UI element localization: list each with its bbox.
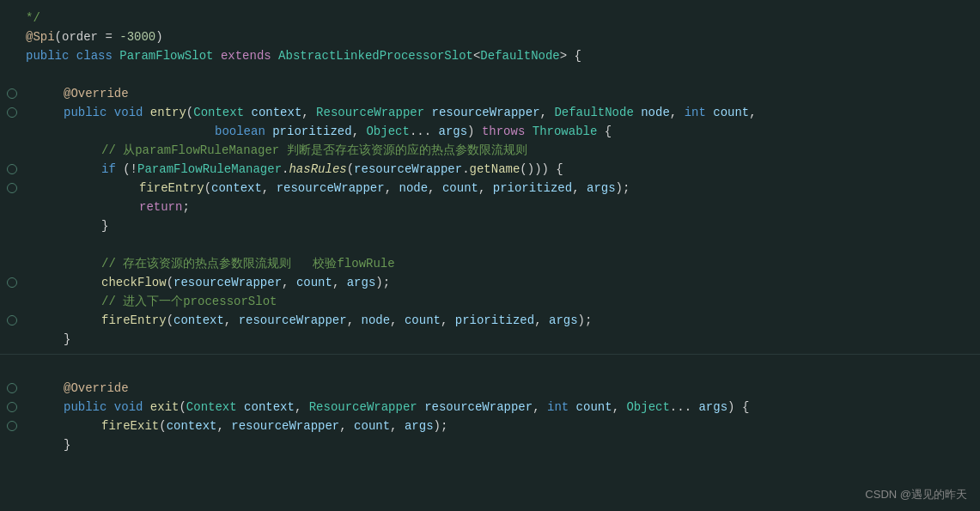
breakpoint-icon [7,107,17,118]
gutter [0,435,24,454]
code-text: if (!ParamFlowRuleManager.hasRules(resou… [26,160,563,179]
code-line: @Spi(order = -3000) [0,27,980,46]
code-text [26,235,33,254]
code-line: fireEntry(context, resourceWrapper, node… [0,179,980,198]
code-text [26,65,33,84]
code-text: @Override [26,379,129,398]
watermark: CSDN @遇见的昨天 [865,487,967,502]
code-line: fireExit(context, resourceWrapper, count… [0,417,980,435]
gutter [0,360,24,379]
gutter [0,27,24,46]
gutter [0,292,24,311]
section-divider [0,354,980,355]
gutter [0,254,24,273]
gutter [0,235,24,254]
breakpoint-icon [7,88,17,99]
code-text [26,360,33,379]
code-text: } [26,216,108,235]
breakpoint-icon [7,164,17,174]
code-text: fireEntry(context, resourceWrapper, node… [26,179,630,198]
gutter [0,103,24,122]
code-line: checkFlow(resourceWrapper, count, args); [0,273,980,292]
gutter [0,179,24,198]
code-line: return; [0,198,980,216]
breakpoint-icon [7,383,17,393]
code-line [0,235,980,254]
gutter [0,122,24,141]
code-line: // 进入下一个processorSlot [0,292,980,311]
gutter [0,273,24,292]
breakpoint-icon [7,402,17,412]
code-line: } [0,330,980,349]
gutter [0,46,24,65]
code-line: } [0,216,980,235]
code-line: } [0,435,980,454]
gutter [0,9,24,27]
code-line: @Override [0,84,980,103]
breakpoint-icon [7,183,17,193]
code-line: // 存在该资源的热点参数限流规则 校验flowRule [0,254,980,273]
code-line: // 从paramFlowRuleManager 判断是否存在该资源的应的热点参… [0,141,980,160]
code-text: @Spi(order = -3000) [26,27,163,46]
code-text: public void exit(Context context, Resour… [26,398,749,417]
code-text: fireExit(context, resourceWrapper, count… [26,417,447,435]
gutter [0,379,24,398]
code-line [0,360,980,379]
code-text: } [26,330,70,349]
code-text: checkFlow(resourceWrapper, count, args); [26,273,390,292]
breakpoint-icon [7,421,17,431]
gutter [0,330,24,349]
gutter [0,160,24,179]
gutter [0,198,24,216]
code-area: */ @Spi(order = -3000) public class Para… [0,0,980,463]
code-line: boolean prioritized, Object... args) thr… [0,122,980,141]
code-line: if (!ParamFlowRuleManager.hasRules(resou… [0,160,980,179]
code-text: */ [26,9,40,27]
code-text: boolean prioritized, Object... args) thr… [26,122,612,141]
code-line: public void exit(Context context, Resour… [0,398,980,417]
gutter [0,216,24,235]
code-line: fireEntry(context, resourceWrapper, node… [0,311,980,330]
gutter [0,311,24,330]
code-editor: */ @Spi(order = -3000) public class Para… [0,0,980,511]
code-line: public class ParamFlowSlot extends Abstr… [0,46,980,65]
gutter [0,417,24,435]
code-text: return; [26,198,190,216]
code-text: @Override [26,84,129,103]
code-text: // 进入下一个processorSlot [26,292,277,311]
breakpoint-icon [7,315,17,325]
code-text: // 存在该资源的热点参数限流规则 校验flowRule [26,254,395,273]
code-text: public class ParamFlowSlot extends Abstr… [26,46,581,65]
code-text: fireEntry(context, resourceWrapper, node… [26,311,592,330]
breakpoint-icon [7,277,17,288]
gutter [0,65,24,84]
gutter [0,398,24,417]
code-line: @Override [0,379,980,398]
code-line: public void entry(Context context, Resou… [0,103,980,122]
code-line [0,65,980,84]
gutter [0,84,24,103]
code-text: } [26,435,70,454]
code-text: // 从paramFlowRuleManager 判断是否存在该资源的应的热点参… [26,141,527,160]
code-text: public void entry(Context context, Resou… [26,103,757,122]
gutter [0,141,24,160]
code-line: */ [0,9,980,27]
